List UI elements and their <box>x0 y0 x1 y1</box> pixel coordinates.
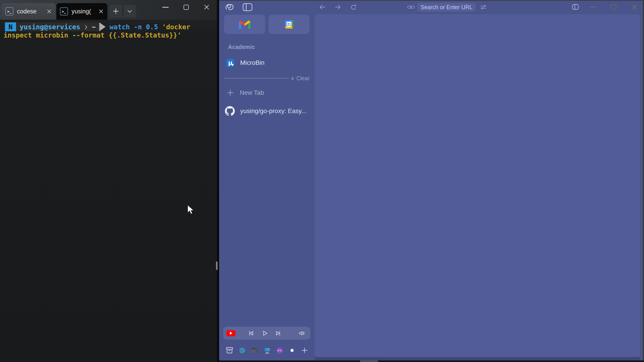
browser-toolbar <box>314 0 644 14</box>
close-button[interactable] <box>631 4 638 10</box>
prompt-segment: yusing@services ❯ ~ <box>16 22 99 31</box>
gmail-icon <box>239 20 250 29</box>
essentials-grid: 21 <box>224 15 310 34</box>
tab-github-go-proxy[interactable]: yusing/go-proxy: Easy... <box>224 104 310 118</box>
url-input[interactable] <box>417 4 476 10</box>
shell-prompt-line: N yusing@services ❯ ~ watch -n 0.5 'dock… <box>5 22 190 31</box>
terminal-tab-codese[interactable]: >_ codese <box>2 3 56 20</box>
terminal-app-icon: >_ <box>5 7 14 15</box>
calendar-day-number: 21 <box>287 22 291 26</box>
prompt-cwd: ~ <box>92 23 96 31</box>
terminal-tab-yusing[interactable]: >_ yusing( <box>56 3 107 20</box>
split-view-icon[interactable] <box>572 3 579 10</box>
command-flag: -n <box>134 23 142 31</box>
webpage-viewport[interactable] <box>314 14 640 357</box>
browser-window: 21 Academic µ MicroBin Clear <box>218 0 644 362</box>
zen-logo-icon[interactable] <box>225 2 235 13</box>
content-bottom-shadow <box>314 357 640 361</box>
terminal-app-icon: >_ <box>60 7 68 15</box>
window-resize-handle[interactable] <box>216 261 218 270</box>
workspace-label: Academic <box>228 44 255 50</box>
link-icon[interactable] <box>407 4 415 10</box>
command-text: watch -n 0.5 'docker <box>110 22 190 31</box>
reload-button[interactable] <box>350 3 357 11</box>
new-terminal-tab-button[interactable] <box>110 5 122 17</box>
movie-camera-icon[interactable] <box>251 347 258 354</box>
tabs-divider-row: Clear <box>224 75 310 81</box>
maximize-button[interactable] <box>176 0 196 14</box>
browser-main-area <box>314 0 644 362</box>
new-tab-button[interactable]: New Tab <box>224 86 310 99</box>
youtube-play-triangle <box>230 332 232 335</box>
url-bar[interactable] <box>417 3 476 12</box>
workspace-switcher <box>226 345 308 356</box>
new-tab-label: New Tab <box>240 89 264 96</box>
terminal-profile-dropdown-button[interactable] <box>124 5 136 17</box>
close-icon <box>631 4 638 10</box>
minimize-button[interactable] <box>590 7 596 7</box>
maximize-button[interactable] <box>611 4 616 9</box>
close-tab-icon[interactable] <box>46 9 52 14</box>
url-settings-icon[interactable] <box>480 4 487 10</box>
close-tab-icon[interactable] <box>98 9 104 14</box>
taskbar-peek-handle <box>360 361 378 362</box>
divider-line <box>224 78 289 78</box>
tab-title: yusing/go-proxy: Easy... <box>240 107 306 115</box>
command-text-wrapped: inspect microbin --format {{.State.Statu… <box>4 31 181 39</box>
sidebar-header <box>225 2 252 13</box>
maximize-icon <box>611 4 616 9</box>
pinned-tab-microbin[interactable]: µ MicroBin <box>224 56 310 70</box>
essential-tile-gmail[interactable] <box>224 15 265 34</box>
essential-tile-google-calendar[interactable]: 21 <box>268 15 310 34</box>
powerline-arrow-icon <box>99 22 106 31</box>
terminal-tab-bar: >_ codese >_ yusing( <box>0 0 217 20</box>
plus-icon <box>227 89 234 96</box>
terminal-tab-title: yusing( <box>72 8 95 15</box>
tab-button-divider <box>123 6 123 16</box>
screenshot-root: { "terminal": { "tabs": [ { "title": "co… <box>0 0 644 362</box>
previous-track-icon[interactable] <box>248 330 254 336</box>
next-track-icon[interactable] <box>275 330 281 336</box>
maximize-icon <box>184 5 189 10</box>
command-value: 0.5 <box>146 23 158 31</box>
down-arrow-icon <box>290 76 295 80</box>
prompt-separator-chevron: ❯ <box>84 24 88 30</box>
mouse-cursor <box>187 205 196 216</box>
minimize-button[interactable] <box>155 0 176 14</box>
archive-box-icon[interactable] <box>226 347 233 354</box>
play-icon[interactable] <box>262 330 268 336</box>
terminal-window: >_ codese >_ yusing( <box>0 0 217 362</box>
prompt-os-badge: N <box>5 22 16 31</box>
media-controls <box>248 330 281 336</box>
volume-icon[interactable] <box>299 330 306 336</box>
prompt-user-host: yusing@services <box>20 23 80 31</box>
tab-title: MicroBin <box>240 59 264 66</box>
command-string-start: 'docker <box>162 23 190 31</box>
clear-tabs-button[interactable]: Clear <box>290 75 310 81</box>
dot-indicator[interactable] <box>290 349 294 352</box>
minimize-icon <box>590 7 596 7</box>
close-button[interactable] <box>196 0 217 14</box>
github-icon <box>225 106 235 116</box>
devil-face-icon[interactable] <box>276 347 283 354</box>
sidebar-toggle-icon[interactable] <box>242 3 252 12</box>
add-workspace-icon[interactable] <box>301 347 308 354</box>
window-bottom-edge <box>219 361 644 362</box>
globe-icon[interactable] <box>238 347 246 354</box>
youtube-icon[interactable] <box>226 330 236 336</box>
minimize-icon <box>162 7 168 7</box>
command-keyword: watch <box>110 23 130 31</box>
microbin-favicon: µ <box>226 59 234 67</box>
terminal-window-controls <box>155 0 217 14</box>
clear-label: Clear <box>296 75 310 81</box>
back-button[interactable] <box>319 3 326 11</box>
close-icon <box>204 4 210 10</box>
browser-sidebar: 21 Academic µ MicroBin Clear <box>219 0 314 361</box>
media-player-card <box>223 327 310 340</box>
google-calendar-icon: 21 <box>284 20 294 29</box>
desktop-monitor-icon[interactable] <box>264 347 271 354</box>
forward-button[interactable] <box>334 3 342 11</box>
terminal-tab-title: codese <box>17 8 43 15</box>
